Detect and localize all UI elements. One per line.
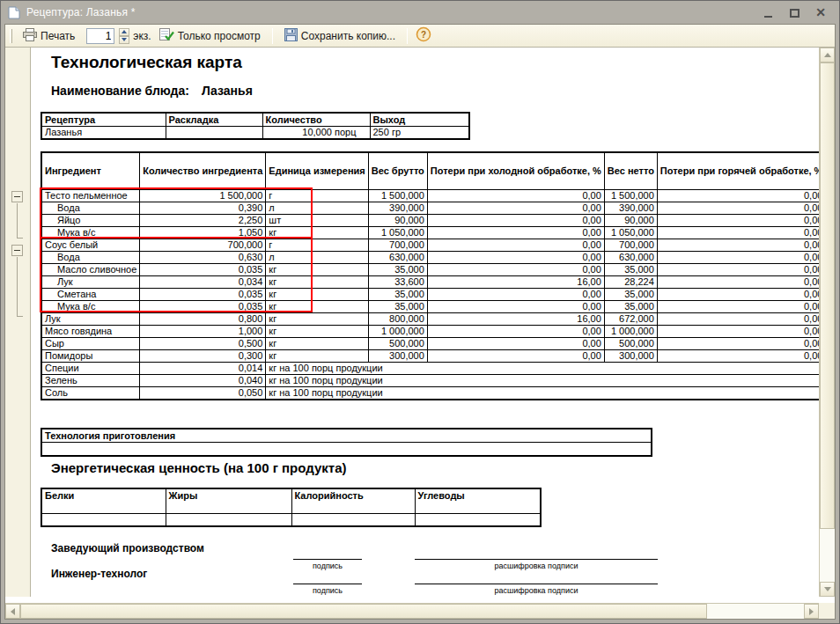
minimize-icon [764,15,772,18]
ingredient-row: Сыр0,500кг500,0000,00500,0000,00500,000 [41,337,819,349]
table-cell: г [266,189,368,202]
technology-label: Технология приготовления [42,429,651,443]
view-only-button[interactable]: Только просмотр [155,26,265,46]
table-cell: 0,00 [427,251,604,263]
ingredient-row: Соль0,050кг на 100 порц продукции [41,386,819,400]
table-cell: 35,000 [368,263,427,275]
table-cell: кг [266,349,368,362]
table-cell: 0,00 [657,263,819,275]
signature-caption: подпись [293,586,362,595]
ingredient-row: Помидоры0,300кг300,0000,00300,0000,00300… [41,349,819,362]
scroll-right-button[interactable] [804,604,819,619]
ingredient-row: Зелень0,040кг на 100 порц продукции [41,374,819,386]
row-grouping-margin [5,48,31,597]
view-only-icon [159,28,174,44]
page-title: Технологическая карта [51,53,242,72]
table-cell: 1 500,000 [604,189,657,202]
table-cell: кг на 100 порц продукции [266,374,819,386]
document-page: Технологическая карта Наименование блюда… [32,48,819,597]
signature-caption: расшифровка подписи [415,562,658,570]
table-cell: 0,00 [427,202,604,214]
table-cell: 250 гр [370,127,469,139]
table-cell: 0,00 [657,312,819,325]
table-cell: Соль [41,386,140,400]
vertical-scroll-thumb[interactable] [820,62,835,529]
help-button[interactable]: ? [415,27,432,45]
table-cell [166,127,262,139]
recipe-data-row: Лазанья 10,000 порц 250 гр [41,127,469,139]
table-cell: Мясо говядина [41,325,140,337]
print-button[interactable]: Печать [18,26,79,46]
table-cell: 0,00 [657,337,819,349]
scroll-up-button[interactable] [820,48,835,62]
app-window: Рецептура: Лазанья * ✕ Печать экз. [0,0,840,624]
signature-role: Инженер-технолог [51,568,147,580]
question-mark-circle-icon: ? [416,26,431,45]
horizontal-scroll-thumb[interactable] [20,604,707,619]
table-cell: шт [266,214,368,226]
table-cell: 35,000 [368,288,427,300]
table-cell: 0,390 [140,202,266,214]
ingredient-row: Мясо говядина1,000кг1 000,0000,001 000,0… [41,325,819,337]
table-cell: 1 500,000 [368,189,427,202]
table-cell: 0,00 [657,300,819,312]
table-cell: кг [266,263,368,275]
technology-box: Технология приготовления [41,428,652,457]
table-cell: 90,000 [604,214,657,226]
spinner-down-button[interactable] [119,36,129,44]
document-icon [8,6,20,19]
table-cell: 0,00 [657,349,819,362]
table-cell: кг [266,300,368,312]
toolbar-grip[interactable] [10,29,12,43]
vertical-scrollbar[interactable] [819,48,835,597]
copies-input[interactable] [86,28,114,44]
column-header: Калорийность [291,488,415,513]
table-cell: 0,630 [140,251,266,263]
status-strip [5,597,835,603]
table-cell: 1 000,000 [368,325,427,337]
collapse-group-button[interactable] [11,191,23,202]
table-cell: Яйцо [41,214,140,226]
table-cell: Вода [41,251,140,263]
horizontal-scrollbar[interactable] [5,603,819,619]
maximize-button[interactable] [788,7,800,18]
close-button[interactable]: ✕ [814,7,827,18]
toolbar: Печать экз. Только просмотр Сохранить ко… [5,25,835,48]
arrow-down-icon [824,587,831,591]
group-connector-tick [17,316,23,317]
table-cell: 0,00 [427,226,604,239]
table-cell: 90,000 [368,214,427,226]
table-cell: 1 000,000 [604,325,657,337]
table-cell: 0,040 [140,374,266,386]
table-cell: 1,050 [140,226,266,239]
table-cell: 672,000 [604,312,657,325]
energy-value-title: Энергетическая ценность (на 100 г продук… [51,460,347,475]
collapse-group-button[interactable] [11,245,23,256]
column-header: Количество ингредиента [140,152,266,189]
table-cell: 0,800 [140,312,266,325]
table-cell: 0,014 [140,362,266,374]
minimize-button[interactable] [762,7,774,18]
dish-name-line: Наименование блюда:Лазанья [51,84,253,98]
maximize-icon [790,9,799,18]
ingredient-row: Мука в/с1,050кг1 050,0000,001 050,0000,0… [41,226,819,239]
ingredient-row: Мука в/с0,035кг35,0000,0035,0000,0035,00… [41,300,819,312]
save-copy-button[interactable]: Сохранить копию... [280,26,400,46]
table-cell: 35,000 [368,300,427,312]
energy-value-table: БелкиЖирыКалорийностьУглеводы [41,488,542,527]
column-header: Углеводы [415,488,541,513]
print-label: Печать [41,30,75,42]
ingredient-row: Сметана0,035кг35,0000,0035,0000,0035,000 [41,288,819,300]
table-cell: 700,000 [368,239,427,251]
spinner-up-button[interactable] [119,28,129,36]
table-cell: 700,000 [604,239,657,251]
table-cell: 0,035 [140,300,266,312]
table-cell: 0,050 [140,386,266,400]
table-cell: кг на 100 порц продукции [266,386,819,400]
signature-line [415,584,658,584]
scroll-left-button[interactable] [5,604,20,619]
table-cell: 0,00 [657,226,819,239]
ingredient-row: Соус белый700,000г700,0000,00700,0000,00… [41,239,819,251]
ingredient-row: Вода0,390л390,0000,00390,0000,00390,000 [41,202,819,214]
scroll-down-button[interactable] [820,582,835,597]
